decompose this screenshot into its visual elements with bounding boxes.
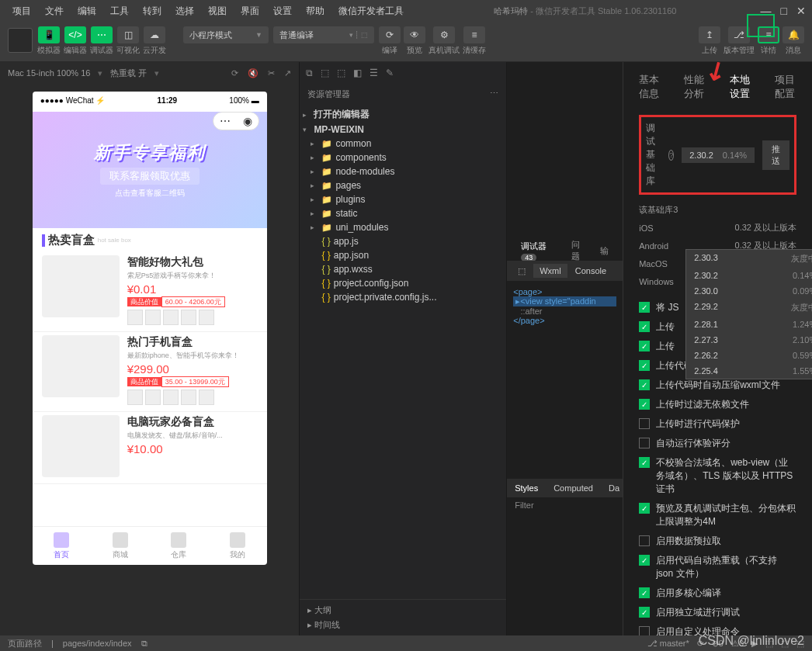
tool-版本管理[interactable]: ⎇版本管理 bbox=[724, 26, 755, 56]
tool-预览[interactable]: 👁预览 bbox=[404, 26, 425, 56]
file-app.wxss[interactable]: { } app.wxss bbox=[300, 262, 506, 276]
banner-hint: 点击查看客服二维码 bbox=[115, 188, 185, 199]
checkbox-option[interactable]: 启用自定义处理命令 bbox=[639, 622, 796, 635]
folder-common[interactable]: ▸📁 common bbox=[300, 137, 506, 151]
capsule-button[interactable]: ⋯◉ bbox=[213, 112, 259, 130]
panel-时间线[interactable]: ▸ 时间线 bbox=[307, 618, 498, 632]
status-left: ●●●●● WeChat ⚡ bbox=[40, 96, 106, 105]
folder-uni_modules[interactable]: ▸📁 uni_modules bbox=[300, 220, 506, 234]
menu-设置[interactable]: 设置 bbox=[267, 2, 298, 21]
folder-plugins[interactable]: ▸📁 plugins bbox=[300, 192, 506, 206]
version-option[interactable]: 2.26.20.59% bbox=[686, 348, 812, 363]
dsub-⬚[interactable]: ⬚ bbox=[512, 264, 532, 279]
stab-本地设置[interactable]: 本地设置 bbox=[730, 73, 751, 101]
checkbox-option[interactable]: ✓启用独立域进行调试 bbox=[639, 603, 796, 622]
cut-icon[interactable]: ✂ bbox=[268, 68, 275, 78]
help-icon[interactable]: ? bbox=[668, 150, 674, 161]
tool-模拟器[interactable]: 📱模拟器 bbox=[37, 26, 61, 56]
stab-基本信息[interactable]: 基本信息 bbox=[639, 73, 661, 101]
close-button[interactable]: ✕ bbox=[796, 5, 806, 17]
version-option[interactable]: 2.29.2灰度中 bbox=[686, 299, 812, 317]
tool-消息[interactable]: 🔔消息 bbox=[783, 26, 804, 56]
version-option[interactable]: 2.30.20.14% bbox=[686, 268, 812, 283]
folder-node-modules[interactable]: ▸📁 node-modules bbox=[300, 164, 506, 178]
refresh-icon[interactable]: ⟳ bbox=[231, 68, 238, 78]
hot-reload[interactable]: 热重载 开 bbox=[110, 68, 147, 79]
version-option[interactable]: 2.27.32.10% bbox=[686, 332, 812, 348]
tool-清缓存[interactable]: ≡清缓存 bbox=[463, 26, 486, 56]
mode-select[interactable]: 小程序模式▼ bbox=[183, 26, 269, 43]
product-card[interactable]: 热门手机盲盒最新款iphone、智能手机等你来拿！¥299.00商品价值35.0… bbox=[33, 332, 267, 412]
checkbox-option[interactable]: 启用数据预拉取 bbox=[639, 532, 796, 551]
folder-static[interactable]: ▸📁 static bbox=[300, 206, 506, 220]
mute-icon[interactable]: 🔇 bbox=[248, 68, 259, 78]
explorer-tab-icon[interactable]: ⧉ bbox=[306, 68, 313, 78]
panel-大纲[interactable]: ▸ 大纲 bbox=[307, 603, 498, 618]
checkbox-option[interactable]: ✓上传时过滤无依赖文件 bbox=[639, 395, 796, 414]
page-path[interactable]: pages/index/index bbox=[63, 639, 132, 648]
tab-首页[interactable]: 首页 bbox=[33, 527, 92, 565]
tab-我的[interactable]: 我的 bbox=[208, 527, 267, 565]
product-card[interactable]: 电脑玩家必备盲盒电脑发烧友、键盘/鼠标/音响/...¥10.00 bbox=[33, 412, 267, 484]
checkbox-option[interactable]: 自动运行体验评分 bbox=[639, 434, 796, 453]
maximize-button[interactable]: □ bbox=[781, 5, 787, 17]
tool-编辑器[interactable]: </>编辑器 bbox=[64, 26, 87, 56]
tool-详情[interactable]: ≡详情 bbox=[758, 26, 779, 56]
checkbox-option[interactable]: ✓不校验合法域名、web-view（业务域名）、TLS 版本以及 HTTPS 证… bbox=[639, 453, 796, 499]
popout-icon[interactable]: ↗ bbox=[284, 68, 291, 78]
version-option[interactable]: 2.30.00.09% bbox=[686, 283, 812, 299]
product-card[interactable]: 智能好物大礼包索尼Ps5游戏手柄等你来拿！¥0.01商品价值60.00 - 42… bbox=[33, 252, 267, 332]
dsub-Console[interactable]: Console bbox=[569, 264, 612, 278]
checkbox-option[interactable]: ✓预览及真机调试时主包、分包体积上限调整为4M bbox=[639, 499, 796, 532]
menu-项目[interactable]: 项目 bbox=[6, 2, 37, 21]
version-option[interactable]: 2.28.11.24% bbox=[686, 317, 812, 332]
tool-云开发[interactable]: ☁云开发 bbox=[143, 26, 166, 56]
version-option[interactable]: 2.25.41.55% bbox=[686, 363, 812, 379]
menu-视图[interactable]: 视图 bbox=[202, 2, 233, 21]
dsub-Wxml[interactable]: Wxml bbox=[533, 264, 567, 278]
tool-调试器[interactable]: ⋯调试器 bbox=[90, 26, 113, 56]
menu-工具[interactable]: 工具 bbox=[104, 2, 135, 21]
menu-微信开发者工具[interactable]: 微信开发者工具 bbox=[332, 2, 410, 21]
menu-转到[interactable]: 转到 bbox=[137, 2, 168, 21]
checkbox-option[interactable]: ✓启用多核心编译 bbox=[639, 583, 796, 603]
menu-文件[interactable]: 文件 bbox=[39, 2, 70, 21]
tool-上传[interactable]: ↥上传 bbox=[699, 26, 720, 56]
version-dropdown[interactable]: 2.30.3灰度中2.30.20.14%2.30.00.09%2.29.2灰度中… bbox=[685, 249, 812, 379]
checkbox-option[interactable]: ✓启用代码自动热重载（不支持 json 文件） bbox=[639, 551, 796, 583]
stab-项目配置[interactable]: 项目配置 bbox=[775, 73, 796, 101]
version-option[interactable]: 2.30.3灰度中 bbox=[686, 250, 812, 268]
folder-pages[interactable]: ▸📁 pages bbox=[300, 178, 506, 192]
file-app.js[interactable]: { } app.js bbox=[300, 234, 506, 248]
compile-select[interactable]: 普通编译▾ ┊ ⬚ bbox=[273, 26, 374, 43]
menu-选择[interactable]: 选择 bbox=[169, 2, 200, 21]
filter-input[interactable]: Filter bbox=[507, 497, 623, 516]
dtab-输[interactable]: 输 bbox=[594, 243, 615, 259]
checkbox-option[interactable]: 上传时进行代码保护 bbox=[639, 414, 796, 434]
menu-界面[interactable]: 界面 bbox=[234, 2, 265, 21]
menu-帮助[interactable]: 帮助 bbox=[300, 2, 331, 21]
tool-可视化[interactable]: ◫可视化 bbox=[116, 26, 140, 56]
file-tree: ▸打开的编辑器 ▾MP-WEIXIN ▸📁 common▸📁 component… bbox=[300, 105, 506, 306]
tree-root[interactable]: ▾MP-WEIXIN bbox=[300, 123, 506, 137]
avatar[interactable] bbox=[8, 28, 33, 53]
push-button[interactable]: 推送 bbox=[762, 140, 789, 170]
git-branch[interactable]: ⎇ master* bbox=[647, 639, 689, 649]
tool-真机调试[interactable]: ⚙真机调试 bbox=[429, 26, 460, 56]
stab-性能分析[interactable]: 性能分析 bbox=[684, 73, 706, 101]
copy-icon[interactable]: ⧉ bbox=[141, 639, 147, 649]
tree-open-editors[interactable]: ▸打开的编辑器 bbox=[300, 106, 506, 123]
local-settings: ↙ 基本信息性能分析本地设置项目配置 调试基础库 ? 2.30.20.14% 推… bbox=[623, 62, 812, 635]
file-project.private.config.js...[interactable]: { } project.private.config.js... bbox=[300, 290, 506, 304]
file-app.json[interactable]: { } app.json bbox=[300, 248, 506, 262]
lib-version-select[interactable]: 2.30.20.14% bbox=[682, 147, 755, 163]
tab-商城[interactable]: 商城 bbox=[91, 527, 150, 565]
dtab-调试器[interactable]: 调试器 43 bbox=[515, 238, 562, 264]
menu-编辑[interactable]: 编辑 bbox=[71, 2, 102, 21]
device-selector[interactable]: Mac 15-inch 100% 16 bbox=[8, 68, 90, 78]
folder-components[interactable]: ▸📁 components bbox=[300, 151, 506, 164]
minimize-button[interactable]: — bbox=[761, 5, 772, 17]
tool-编译[interactable]: ⟳编译 bbox=[379, 26, 401, 56]
tab-仓库[interactable]: 仓库 bbox=[150, 527, 209, 565]
file-project.config.json[interactable]: { } project.config.json bbox=[300, 276, 506, 290]
